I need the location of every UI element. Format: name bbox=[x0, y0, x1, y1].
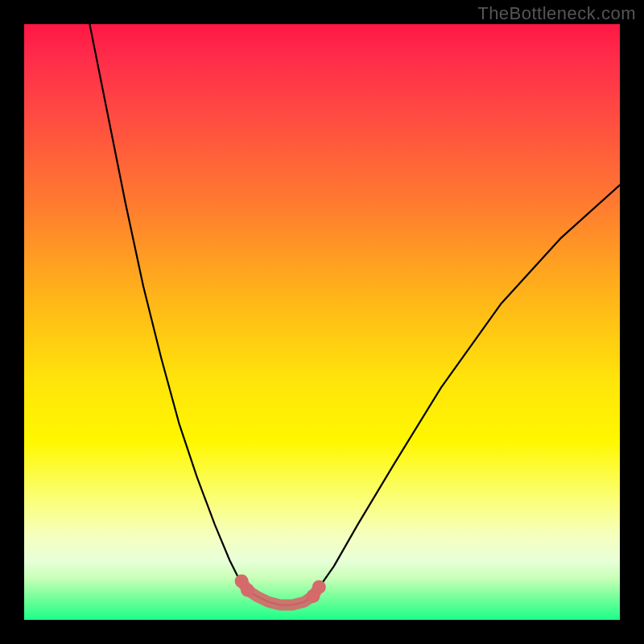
chart-frame: TheBottleneck.com bbox=[0, 0, 644, 644]
gradient-background bbox=[24, 24, 620, 620]
plot-area bbox=[24, 24, 620, 620]
highlight-point bbox=[312, 580, 326, 594]
bottleneck-chart bbox=[24, 24, 620, 620]
highlight-point bbox=[241, 584, 254, 597]
watermark-text: TheBottleneck.com bbox=[477, 3, 636, 24]
